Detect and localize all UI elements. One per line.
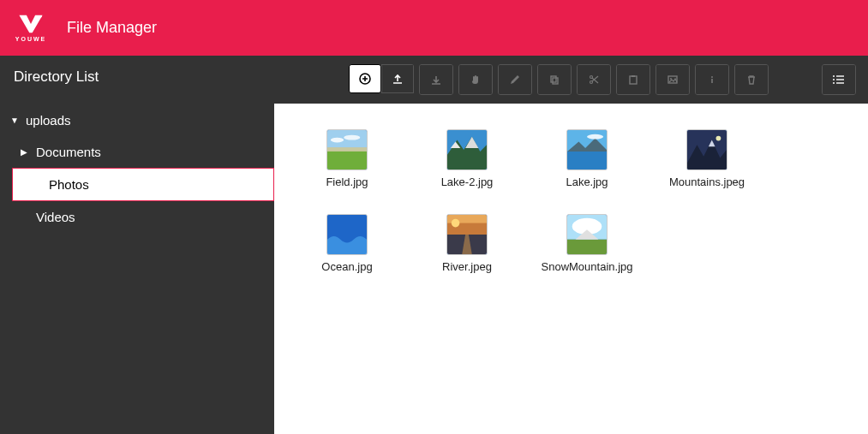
edit-button[interactable] — [499, 65, 531, 94]
file-thumbnail — [326, 129, 368, 170]
svg-point-39 — [452, 219, 460, 228]
file-grid: Field.jpgLake-2.jpgLake.jpgMountains.jpe… — [274, 104, 868, 434]
svg-rect-3 — [553, 78, 558, 84]
sidebar-title: Directory List — [0, 56, 274, 104]
svg-rect-20 — [327, 152, 367, 169]
delete-button[interactable] — [735, 65, 768, 94]
upload-button[interactable] — [381, 64, 414, 93]
svg-point-10 — [711, 76, 713, 78]
tree-node-uploads[interactable]: ▼ uploads — [0, 104, 274, 136]
tree-node-videos[interactable]: Videos — [0, 201, 274, 233]
svg-rect-17 — [836, 82, 844, 83]
directory-tree: ▼ uploads ▶ Documents Photos Videos — [0, 104, 274, 233]
tree-label: Videos — [36, 210, 75, 224]
copy-button[interactable] — [538, 65, 571, 94]
file-name: Ocean.jpg — [321, 260, 372, 273]
paste-icon — [627, 74, 639, 86]
file-item[interactable]: Field.jpg — [308, 129, 386, 188]
info-icon — [706, 74, 718, 86]
svg-point-12 — [833, 75, 835, 77]
main-panel: Field.jpgLake-2.jpgLake.jpgMountains.jpe… — [274, 56, 868, 434]
file-thumbnail — [686, 129, 727, 170]
caret-right-icon: ▶ — [21, 147, 31, 157]
svg-rect-6 — [630, 76, 637, 84]
hand-icon — [470, 74, 482, 86]
tree-label: Documents — [36, 145, 101, 159]
file-name: Mountains.jpeg — [669, 175, 745, 188]
toolbar — [274, 56, 868, 104]
svg-rect-2 — [551, 76, 556, 82]
download-button[interactable] — [420, 65, 452, 94]
file-thumbnail — [446, 129, 488, 170]
file-name: Lake-2.jpg — [441, 175, 494, 188]
file-item[interactable]: River.jpeg — [428, 214, 506, 273]
svg-point-0 — [40, 16, 42, 18]
add-button[interactable] — [349, 64, 381, 93]
scissors-icon — [588, 74, 600, 86]
svg-point-22 — [344, 135, 360, 140]
brand-name: YOUWE — [15, 36, 46, 42]
svg-rect-11 — [711, 79, 713, 83]
svg-rect-42 — [567, 240, 607, 254]
svg-rect-7 — [632, 75, 635, 77]
list-view-button[interactable] — [823, 65, 855, 94]
file-item[interactable]: Lake.jpg — [548, 129, 626, 188]
svg-rect-28 — [567, 152, 607, 169]
caret-down-icon: ▼ — [10, 116, 21, 125]
image-icon — [667, 74, 679, 86]
brand-logo: YOUWE — [10, 8, 51, 49]
svg-rect-15 — [836, 79, 844, 80]
pencil-icon — [509, 74, 521, 86]
file-item[interactable]: Mountains.jpeg — [668, 129, 745, 188]
svg-point-14 — [833, 79, 835, 80]
file-name: Lake.jpg — [566, 175, 608, 188]
directory-sidebar: Directory List ▼ uploads ▶ Documents Pho… — [0, 56, 274, 434]
paste-button[interactable] — [617, 65, 650, 94]
list-view-icon — [832, 74, 846, 86]
youwe-logo-icon — [16, 14, 45, 34]
file-item[interactable]: SnowMountain.jpg — [548, 214, 626, 273]
tree-node-documents[interactable]: ▶ Documents — [0, 136, 274, 168]
app-header: YOUWE File Manager — [0, 0, 868, 56]
tree-label: Photos — [49, 177, 89, 192]
app-title: File Manager — [67, 19, 157, 37]
cut-button[interactable] — [578, 65, 610, 94]
copy-icon — [548, 74, 560, 86]
move-button[interactable] — [459, 65, 492, 94]
file-name: River.jpeg — [442, 260, 492, 273]
file-thumbnail — [566, 129, 608, 170]
plus-circle-icon — [359, 73, 371, 85]
svg-rect-13 — [836, 75, 844, 76]
file-thumbnail — [446, 214, 488, 255]
file-item[interactable]: Ocean.jpg — [308, 214, 386, 273]
trash-icon — [745, 74, 757, 86]
svg-point-16 — [833, 82, 835, 84]
info-button[interactable] — [696, 65, 728, 94]
upload-icon — [392, 73, 404, 85]
file-item[interactable]: Lake-2.jpg — [428, 129, 506, 188]
download-icon — [430, 74, 442, 86]
file-thumbnail — [326, 214, 368, 255]
file-thumbnail — [566, 214, 608, 255]
svg-point-21 — [331, 138, 344, 143]
svg-point-34 — [716, 136, 721, 141]
svg-point-30 — [587, 134, 603, 140]
image-button[interactable] — [656, 65, 689, 94]
tree-node-photos[interactable]: Photos — [12, 168, 274, 201]
file-name: SnowMountain.jpg — [542, 260, 633, 273]
file-name: Field.jpg — [326, 175, 368, 188]
tree-label: uploads — [26, 113, 71, 128]
